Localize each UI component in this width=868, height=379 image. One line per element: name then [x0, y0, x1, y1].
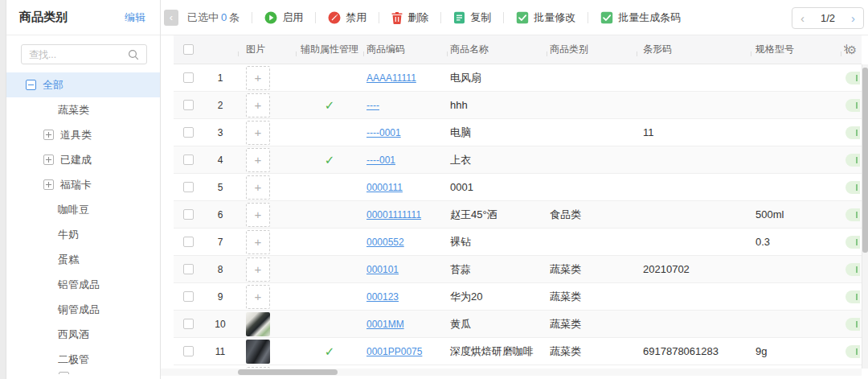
- row-checkbox[interactable]: [183, 291, 194, 302]
- product-code-link[interactable]: 000101: [366, 264, 399, 275]
- plus-box-icon[interactable]: [43, 179, 54, 190]
- add-image-placeholder-icon[interactable]: +: [246, 175, 270, 200]
- product-name: 华为20: [447, 290, 547, 304]
- selected-suffix: 条: [229, 11, 240, 23]
- add-image-placeholder-icon[interactable]: +: [246, 285, 270, 309]
- row-checkbox-cell: [174, 346, 203, 356]
- sidebar-item[interactable]: 蔬菜类: [6, 97, 160, 122]
- product-name: 赵王45°酒: [447, 208, 547, 222]
- code-cell: 0000111: [363, 181, 447, 193]
- sidebar-item-label: 二极管: [58, 352, 89, 367]
- sidebar-item-partial[interactable]: [6, 372, 160, 374]
- vertical-scrollbar[interactable]: [862, 64, 868, 369]
- sidebar-item[interactable]: 已建成: [6, 147, 160, 172]
- row-checkbox[interactable]: [183, 264, 194, 274]
- table-body: 1+AAAA11111电风扇2+✓----hhh3+----0001电脑114+…: [174, 64, 862, 365]
- add-image-placeholder-icon[interactable]: +: [246, 203, 270, 227]
- disable-button-label: 禁用: [346, 10, 366, 25]
- prev-page-icon[interactable]: ‹: [800, 12, 805, 24]
- next-page-icon[interactable]: ›: [851, 12, 855, 24]
- aux-attribute-cell: ✓: [296, 154, 363, 166]
- row-checkbox[interactable]: [183, 127, 194, 138]
- row-checkbox[interactable]: [183, 72, 194, 83]
- add-image-placeholder-icon[interactable]: +: [246, 121, 270, 145]
- sidebar-item[interactable]: 铝管成品: [6, 272, 160, 297]
- sidebar-item-label: 蛋糕: [58, 253, 79, 267]
- plus-box-icon[interactable]: [43, 130, 54, 140]
- check-icon: ✓: [325, 99, 335, 111]
- row-checkbox[interactable]: [183, 346, 194, 356]
- category-sidebar: 商品类别 编辑 全部蔬菜类道具类已建成福瑞卡咖啡豆牛奶蛋糕铝管成品铜管成品西凤酒…: [6, 0, 161, 379]
- row-checkbox-cell: [174, 127, 203, 138]
- row-number: 9: [203, 291, 238, 303]
- product-name: 苔蒜: [447, 262, 547, 277]
- sidebar-item[interactable]: 二极管: [6, 347, 160, 372]
- add-image-placeholder-icon[interactable]: +: [246, 93, 270, 117]
- sidebar-item[interactable]: 铜管成品: [6, 297, 160, 322]
- row-checkbox[interactable]: [183, 182, 194, 192]
- sidebar-item-label: 咖啡豆: [58, 203, 89, 217]
- product-code-link[interactable]: ----001: [366, 154, 395, 166]
- product-image[interactable]: [246, 312, 270, 336]
- product-name: 深度烘焙研磨咖啡: [447, 344, 547, 359]
- product-code-link[interactable]: 0001PP0075: [366, 346, 422, 357]
- disable-button[interactable]: 禁用: [328, 10, 366, 25]
- sidebar-item[interactable]: 全部: [6, 72, 160, 97]
- column-settings-gear-icon[interactable]: ⚙: [846, 44, 857, 56]
- product-code-link[interactable]: ----0001: [366, 127, 401, 138]
- select-all-checkbox[interactable]: [183, 44, 194, 55]
- batch-barcode-button-label: 批量生成条码: [618, 10, 681, 25]
- enable-button[interactable]: 启用: [264, 10, 303, 25]
- row-checkbox[interactable]: [183, 319, 194, 329]
- table-row: 9+000123华为20蔬菜类: [174, 283, 862, 311]
- row-checkbox[interactable]: [183, 209, 194, 220]
- horizontal-scrollbar-thumb[interactable]: [238, 369, 338, 375]
- table-row: 7+0000552裸钻0.3: [174, 229, 862, 256]
- batch-barcode-button[interactable]: 批量生成条码: [600, 10, 681, 25]
- column-header: 商品名称: [447, 43, 547, 56]
- horizontal-scrollbar[interactable]: [161, 369, 862, 376]
- product-image[interactable]: [246, 340, 270, 364]
- sidebar-item[interactable]: 道具类: [6, 122, 160, 147]
- product-code-link[interactable]: 00001111111: [366, 209, 421, 220]
- row-checkbox[interactable]: [183, 237, 194, 247]
- edit-category-link[interactable]: 编辑: [125, 10, 145, 25]
- add-image-placeholder-icon[interactable]: +: [246, 148, 270, 172]
- row-number: 3: [203, 127, 238, 138]
- delete-button[interactable]: 删除: [391, 10, 428, 25]
- sidebar-header: 商品类别 编辑: [6, 0, 160, 35]
- product-code-link[interactable]: 0000111: [366, 182, 403, 193]
- image-cell: [238, 340, 296, 364]
- enable-button-label: 启用: [282, 10, 303, 25]
- search-icon: [128, 49, 139, 60]
- add-image-placeholder-icon[interactable]: +: [246, 257, 270, 282]
- sidebar-item[interactable]: 蛋糕: [6, 247, 160, 272]
- vertical-scrollbar-thumb[interactable]: [862, 68, 868, 253]
- add-image-placeholder-icon[interactable]: +: [246, 66, 270, 90]
- sidebar-item[interactable]: 福瑞卡: [6, 172, 160, 197]
- sidebar-item-label: 牛奶: [58, 228, 79, 242]
- sidebar-item[interactable]: 西凤酒: [6, 322, 160, 347]
- sidebar-item[interactable]: 咖啡豆: [6, 197, 160, 222]
- minus-box-icon[interactable]: [26, 80, 36, 90]
- table-row: 100001MM黄瓜蔬菜类: [174, 311, 862, 338]
- batch-edit-button[interactable]: 批量修改: [516, 10, 575, 25]
- row-checkbox[interactable]: [183, 100, 194, 110]
- category-search-input[interactable]: [29, 49, 128, 60]
- product-code-link[interactable]: ----: [366, 100, 379, 111]
- sidebar-item[interactable]: 牛奶: [6, 222, 160, 247]
- product-code-link[interactable]: 000123: [366, 291, 399, 303]
- row-checkbox[interactable]: [183, 154, 194, 165]
- copy-icon: [453, 11, 465, 24]
- sidebar-title: 商品类别: [19, 10, 68, 25]
- product-code-link[interactable]: 0001MM: [366, 319, 404, 330]
- product-name: 裸钻: [447, 235, 547, 249]
- product-code-link[interactable]: AAAA11111: [366, 72, 416, 84]
- add-image-placeholder-icon[interactable]: +: [246, 230, 270, 254]
- product-code-link[interactable]: 0000552: [366, 237, 404, 248]
- column-header: 商品编码: [363, 43, 447, 56]
- copy-button[interactable]: 复制: [453, 10, 491, 25]
- collapse-sidebar-button[interactable]: ‹: [164, 10, 178, 26]
- product-category: 食品类: [547, 208, 637, 222]
- plus-box-icon[interactable]: [43, 154, 54, 165]
